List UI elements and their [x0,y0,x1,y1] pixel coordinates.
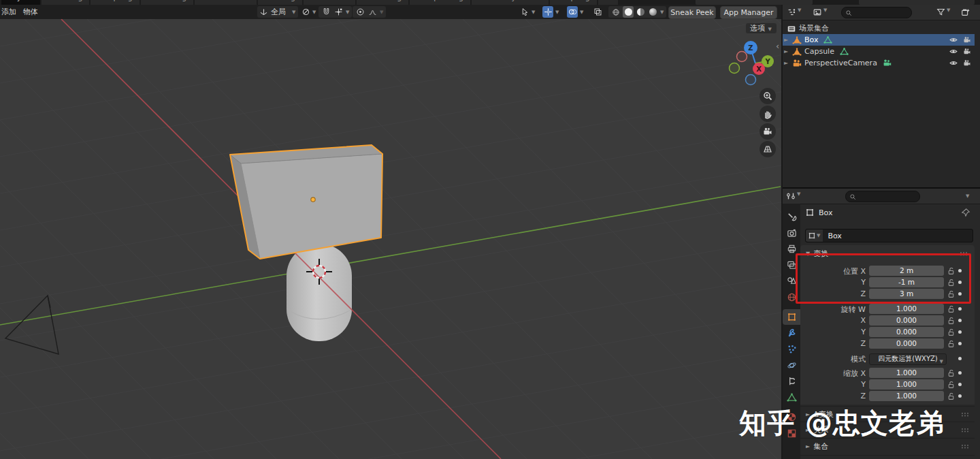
snap-magnet-toggle[interactable] [321,6,331,18]
properties-editor-type-dropdown[interactable]: ▼ [786,191,801,201]
properties-tab-output[interactable] [783,241,800,257]
lock-open-icon[interactable] [947,380,956,389]
transform-panel-header[interactable]: ▼ 变换 [800,248,975,259]
lock-open-icon[interactable] [947,368,956,377]
scale-z-field[interactable]: 1.000 [869,391,944,401]
box-object-selected[interactable] [230,145,382,259]
rotation-z-field[interactable]: 0.000 [869,338,944,349]
workspace-tab-texture-paint[interactable]: Texture Paint [195,0,257,5]
rotation-w-field[interactable]: 1.000 [869,304,944,314]
animate-dot[interactable] [958,330,962,334]
outliner-row-capsule[interactable]: ►Capsule [783,46,975,57]
scale-y-field[interactable]: 1.000 [869,379,944,390]
animate-dot[interactable] [958,394,962,398]
hide-in-viewport-eye-icon[interactable] [949,47,958,56]
menu-add[interactable]: 添加 [0,7,20,17]
location-z-field[interactable]: 3 m [869,289,944,299]
scene-selector-clipped[interactable] [696,0,813,5]
animate-dot[interactable] [958,383,962,386]
lock-open-icon[interactable] [947,328,956,336]
shading-wireframe-button[interactable] [610,6,621,18]
properties-tab-object[interactable] [783,309,800,325]
viewport-options-dropdown[interactable]: 选项 ▼ [746,23,777,33]
properties-options-chevron[interactable]: ▼ [965,193,970,199]
properties-tab-scene[interactable] [783,273,800,289]
hide-in-viewport-eye-icon[interactable] [949,35,958,44]
snap-target-dropdown[interactable] [333,6,344,18]
object-type-visibility-dropdown[interactable]: ▼ [519,6,538,18]
properties-tab-modifiers[interactable] [783,326,800,341]
properties-tab-tool[interactable] [783,209,800,225]
properties-tab-physics[interactable] [783,358,800,373]
gizmo-axis-x-negative[interactable] [737,52,747,62]
lock-open-icon[interactable] [947,316,956,325]
animate-dot[interactable] [958,292,962,296]
panel-grip-icon[interactable] [961,412,969,417]
panel-grip-icon[interactable] [961,428,969,432]
navigation-gizmo[interactable]: Z Y X [721,37,780,89]
hide-in-viewport-eye-icon[interactable] [949,59,958,67]
workspace-tab-layout[interactable]: Layout [1,0,40,5]
animate-dot[interactable] [958,319,962,322]
falloff-dropdown[interactable] [367,6,378,18]
disable-in-renders-camera-icon[interactable] [962,35,972,44]
pin-icon[interactable] [961,208,970,217]
panel-grip-icon[interactable] [960,251,968,256]
new-collection-button[interactable] [961,7,970,17]
lock-open-icon[interactable] [947,289,956,298]
properties-tab-constraints[interactable] [783,373,800,389]
capsule-object[interactable] [287,244,352,341]
transform-orientation-dropdown[interactable]: 全局 ▼ [257,6,298,18]
outliner-filter-dropdown[interactable]: ▼ [936,7,951,16]
gizmo-axis-y-negative[interactable] [730,63,740,74]
show-overlays-toggle[interactable]: ▼ [565,6,586,18]
rotation-mode-dropdown[interactable]: 四元数运算(WXYZ) ▼ [869,353,947,365]
toggle-xray-button[interactable] [592,6,603,18]
properties-tab-render[interactable] [783,225,800,241]
outliner-row-scene-collection[interactable]: 场景集合 [783,22,975,34]
rotation-x-field[interactable]: 0.000 [869,315,944,326]
proportional-editing-toggle[interactable] [355,6,365,18]
app-manager-button[interactable]: App Manager [720,6,777,19]
workspace-tab-modeling[interactable]: Modeling [42,0,89,5]
animate-dot[interactable] [958,269,962,272]
shading-material-button[interactable] [635,6,646,18]
show-gizmo-toggle[interactable]: ▼ [540,6,561,18]
collapsed-panel-2[interactable]: ► 集合 [800,441,975,452]
lock-open-icon[interactable] [947,266,956,275]
workspace-tab-scripting[interactable]: Scripting [550,0,597,5]
properties-tab-particles[interactable] [783,341,800,357]
location-x-field[interactable]: 2 m [869,266,944,276]
workspace-tab-rendering[interactable]: Rendering [357,0,408,5]
sneak-peek-button[interactable]: Sneak Peek [668,6,716,19]
animate-dot[interactable] [958,371,962,375]
outliner-row-perspectivecamera[interactable]: ►PerspectiveCamera [783,57,975,69]
outliner-search-input[interactable] [841,7,912,18]
object-id-dropdown[interactable]: ▼ [806,230,823,242]
outliner-row-box[interactable]: ►Box [783,34,975,46]
expander-arrow-icon[interactable]: ► [783,37,789,43]
workspace-tab-compositing[interactable]: Compositing [410,0,470,5]
scale-x-field[interactable]: 1.000 [869,368,944,378]
viewport-canvas[interactable] [0,19,781,459]
properties-search-input[interactable] [845,191,920,202]
lock-open-icon[interactable] [947,392,956,400]
animate-dot[interactable] [958,342,962,345]
workspace-tab-geometry-nodes[interactable]: Geometry Nodes [472,0,549,5]
workspace-tab-shading[interactable]: Shading [258,0,302,5]
workspace-tab--[interactable]: + [598,0,618,5]
menu-object[interactable]: 物体 [19,7,42,17]
properties-tab-world[interactable] [783,289,800,305]
workspace-tab-uv-editing[interactable]: UV Editing [141,0,193,5]
panel-grip-icon[interactable] [961,444,969,449]
outliner-display-mode-dropdown[interactable]: ▼ [813,7,828,17]
workspace-tabstrip[interactable]: LayoutModelingSculptingUV EditingTexture… [0,0,618,5]
animate-dot[interactable] [958,281,962,284]
expander-arrow-icon[interactable]: ► [783,48,789,54]
location-y-field[interactable]: -1 m [869,277,944,287]
shading-rendered-button[interactable] [647,6,658,18]
properties-tab-view-layer[interactable] [783,257,800,273]
disable-in-renders-camera-icon[interactable] [962,59,972,67]
disable-in-renders-camera-icon[interactable] [962,47,972,56]
lock-open-icon[interactable] [947,304,956,313]
